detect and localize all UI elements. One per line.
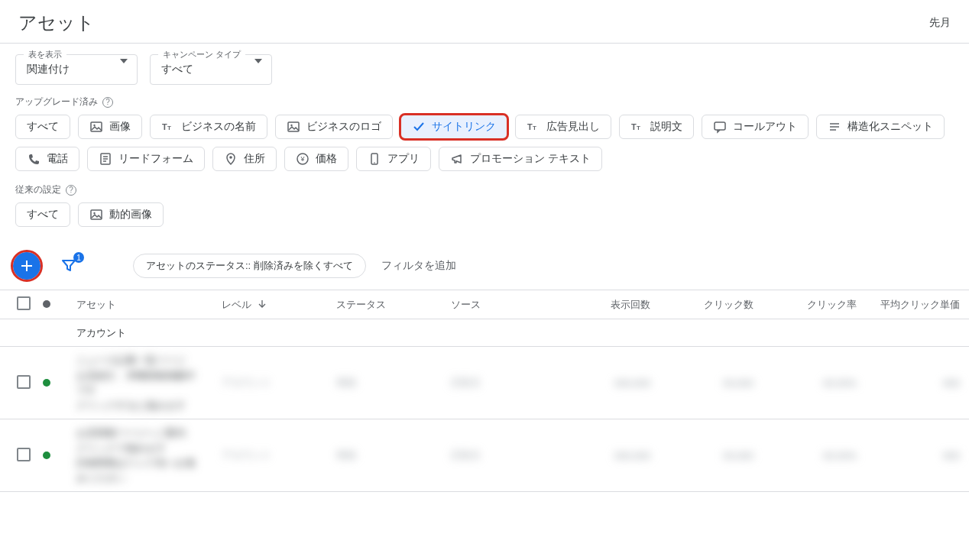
chip-label: 画像: [109, 120, 131, 134]
chip-アプリ[interactable]: アプリ: [356, 147, 431, 171]
table-view-dropdown[interactable]: 表を表示 関連付け: [15, 54, 138, 85]
dropdown-value: すべて: [161, 63, 193, 75]
col-avg-cpc[interactable]: 平均クリック単価: [866, 290, 969, 319]
help-icon[interactable]: ?: [102, 97, 113, 108]
chip-説明文[interactable]: 説明文: [619, 115, 694, 139]
chip-label: サイトリンク: [432, 120, 496, 134]
col-level[interactable]: レベル: [212, 290, 327, 319]
chip-label: 構造化スニペット: [847, 120, 933, 134]
chip-価格[interactable]: 価格: [284, 147, 348, 171]
source-cell: 広告主: [451, 449, 481, 461]
avg-cpc-cell: ¥00: [943, 450, 960, 461]
chip-コールアウト[interactable]: コールアウト: [702, 115, 809, 139]
chip-label: 動的画像: [109, 208, 152, 222]
chip-label: アプリ: [387, 152, 420, 166]
chip-label: リードフォーム: [118, 152, 193, 166]
col-status[interactable]: ステータス: [327, 290, 442, 319]
add-asset-button[interactable]: [11, 250, 43, 282]
chip-label: 価格: [316, 152, 337, 166]
chip-ビジネスの名前[interactable]: ビジネスの名前: [150, 115, 267, 139]
chip-label: ビジネスの名前: [181, 120, 256, 134]
campaign-type-dropdown[interactable]: キャンペーン タイプ すべて: [150, 54, 272, 85]
image-icon: [89, 208, 103, 222]
col-source[interactable]: ソース: [442, 290, 556, 319]
status-header-icon[interactable]: [43, 300, 50, 308]
clicks-cell: 00,000: [723, 377, 753, 389]
toolbar: 1 アセットのステータス:: 削除済みを除くすべて フィルタを追加: [0, 242, 969, 290]
legacy-section-label: 従来の設定 ?: [15, 183, 954, 196]
price-icon: [296, 152, 309, 166]
level-cell: アカウント: [222, 377, 271, 388]
chip-label: ビジネスのロゴ: [306, 120, 381, 134]
tt-icon: [161, 120, 175, 134]
level-cell: アカウント: [222, 449, 271, 461]
chip-広告見出し[interactable]: 広告見出し: [515, 115, 611, 139]
chip-画像[interactable]: 画像: [78, 115, 142, 139]
date-range[interactable]: 先月: [929, 16, 951, 30]
form-icon: [99, 152, 112, 166]
status-cell: 有効: [336, 449, 356, 461]
chip-すべて[interactable]: すべて: [15, 115, 70, 139]
chip-label: コールアウト: [733, 120, 797, 134]
chip-label: 説明文: [650, 120, 682, 134]
chip-プロモーション テキスト[interactable]: プロモーション テキスト: [439, 147, 602, 171]
legacy-chip-row: すべて動的画像: [15, 202, 954, 227]
page-title: アセット: [18, 11, 95, 35]
chip-label: 住所: [244, 152, 265, 166]
chevron-down-icon: [120, 63, 128, 76]
impressions-cell: 000,000: [614, 377, 650, 389]
asset-cell: お店情報ページへご案内クリックで進めます詳細情報はリンク先へお進みください: [76, 426, 203, 485]
table-row[interactable]: お店情報ページへご案内クリックで進めます詳細情報はリンク先へお進みくださいアカウ…: [0, 419, 969, 492]
ctr-cell: 00.00%: [823, 377, 857, 389]
assets-table: アセット レベル ステータス ソース 表示回数 クリック数 クリック率 平均クリ…: [0, 290, 969, 492]
filters-area: 表を表示 関連付け キャンペーン タイプ すべて アップグレード済み ? すべて…: [0, 44, 969, 242]
impressions-cell: 000,000: [614, 450, 650, 461]
ctr-cell: 00.00%: [823, 450, 857, 461]
chip-すべて[interactable]: すべて: [15, 202, 70, 227]
upgraded-section-label: アップグレード済み ?: [15, 95, 954, 108]
chip-電話[interactable]: 電話: [15, 147, 79, 171]
col-impressions[interactable]: 表示回数: [556, 290, 660, 319]
dropdown-value: 関連付け: [27, 63, 70, 75]
phone-icon: [27, 152, 41, 166]
table-header-row: アセット レベル ステータス ソース 表示回数 クリック数 クリック率 平均クリ…: [0, 290, 969, 319]
row-checkbox[interactable]: [17, 448, 31, 461]
check-icon: [412, 120, 426, 134]
dropdown-label: キャンペーン タイプ: [158, 49, 245, 60]
dropdown-row: 表を表示 関連付け キャンペーン タイプ すべて: [15, 54, 954, 85]
chip-label: 広告見出し: [546, 120, 600, 134]
dropdown-label: 表を表示: [24, 49, 66, 60]
status-dot-icon: [43, 452, 50, 459]
avg-cpc-cell: ¥00: [943, 377, 960, 389]
app-icon: [368, 152, 381, 166]
help-icon[interactable]: ?: [66, 185, 76, 196]
image-icon: [89, 120, 103, 134]
col-clicks[interactable]: クリック数: [660, 290, 763, 319]
active-filter-pill[interactable]: アセットのステータス:: 削除済みを除くすべて: [133, 254, 366, 278]
asset-cell: ニュース記事一覧ページお店紹介、求職情報掲載中ですクリックすると進みます: [76, 353, 203, 413]
chip-構造化スニペット[interactable]: 構造化スニペット: [816, 115, 945, 139]
chip-動的画像[interactable]: 動的画像: [78, 202, 164, 227]
promo-icon: [450, 152, 464, 166]
table-row[interactable]: ニュース記事一覧ページお店紹介、求職情報掲載中ですクリックすると進みますアカウン…: [0, 347, 969, 419]
tt-icon: [527, 120, 540, 134]
clicks-cell: 00,000: [723, 450, 753, 461]
tt-icon: [630, 120, 644, 134]
chip-label: すべて: [27, 120, 59, 134]
chip-リードフォーム[interactable]: リードフォーム: [87, 147, 205, 171]
page-header: アセット 先月: [0, 0, 969, 44]
chip-ビジネスのロゴ[interactable]: ビジネスのロゴ: [275, 115, 393, 139]
chip-住所[interactable]: 住所: [212, 147, 277, 171]
add-filter-link[interactable]: フィルタを追加: [381, 259, 456, 273]
col-asset[interactable]: アセット: [67, 290, 212, 319]
filter-button[interactable]: 1: [58, 255, 79, 277]
pin-icon: [224, 152, 238, 166]
chip-サイトリンク[interactable]: サイトリンク: [400, 115, 507, 139]
select-all-checkbox[interactable]: [17, 296, 31, 310]
source-cell: 広告主: [451, 377, 481, 388]
row-checkbox[interactable]: [17, 375, 31, 389]
filter-count-badge: 1: [73, 252, 84, 263]
col-ctr[interactable]: クリック率: [763, 290, 866, 319]
chip-label: 電話: [47, 152, 68, 166]
chip-label: すべて: [27, 208, 59, 222]
